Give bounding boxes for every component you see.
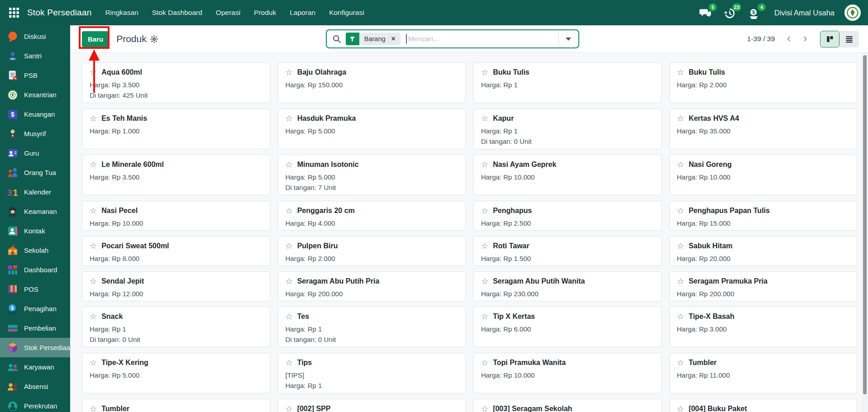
favorite-star-icon[interactable]: ☆ <box>286 313 293 321</box>
list-view-button[interactable] <box>839 31 859 47</box>
sidebar-item-psb[interactable]: PSB <box>0 66 70 85</box>
product-card[interactable]: ☆Tipe-X BasahHarga: Rp 3.000 <box>669 307 858 347</box>
pager-previous-button[interactable]: ‹ <box>782 31 796 47</box>
product-card[interactable]: ☆Es Teh ManisHarga: Rp 1.000 <box>82 109 270 149</box>
scrollbar-thumb[interactable] <box>863 55 867 394</box>
sidebar-item-stok-persediaan[interactable]: Stok Persediaan <box>0 338 70 357</box>
favorite-star-icon[interactable]: ☆ <box>677 68 684 76</box>
favorite-star-icon[interactable]: ☆ <box>481 207 488 215</box>
favorite-star-icon[interactable]: ☆ <box>481 405 488 412</box>
sidebar-item-santri[interactable]: Santri <box>0 46 70 66</box>
product-card[interactable]: ☆Kertas HVS A4Harga: Rp 35.000 <box>669 109 858 149</box>
favorite-star-icon[interactable]: ☆ <box>677 359 684 367</box>
favorite-star-icon[interactable]: ☆ <box>481 313 488 321</box>
nav-menu-produk[interactable]: Produk <box>254 9 276 17</box>
product-card[interactable]: ☆Nasi Ayam GeprekHarga: Rp 10.000 <box>473 155 662 195</box>
nav-menu-operasi[interactable]: Operasi <box>216 9 240 17</box>
favorite-star-icon[interactable]: ☆ <box>677 313 684 321</box>
sidebar-item-keamanan[interactable]: Keamanan <box>0 202 70 221</box>
product-card[interactable]: ☆Baju OlahragaHarga: Rp 150.000 <box>278 62 466 103</box>
user-company-name[interactable]: Divisi Amal Usaha <box>774 9 835 17</box>
product-card[interactable]: ☆PenghapusHarga: Rp 2.500 <box>473 201 662 231</box>
product-card[interactable]: ☆Tip X KertasHarga: Rp 6.000 <box>473 307 662 347</box>
nav-menu-ringkasan[interactable]: Ringkasan <box>105 9 138 17</box>
favorite-star-icon[interactable]: ☆ <box>677 277 684 285</box>
favorite-star-icon[interactable]: ☆ <box>90 68 97 76</box>
favorite-star-icon[interactable]: ☆ <box>286 207 293 215</box>
favorite-star-icon[interactable]: ☆ <box>286 359 293 367</box>
product-card[interactable]: ☆Seragam Pramuka PriaHarga: Rp 200.000 <box>669 271 858 301</box>
favorite-star-icon[interactable]: ☆ <box>677 114 684 123</box>
product-card[interactable]: ☆Roti TawarHarga: Rp 1.500 <box>473 236 662 266</box>
favorite-star-icon[interactable]: ☆ <box>677 161 684 169</box>
product-card[interactable]: ☆Nasi PecelHarga: Rp 10.000 <box>82 201 270 231</box>
favorite-star-icon[interactable]: ☆ <box>90 207 97 215</box>
favorite-star-icon[interactable]: ☆ <box>90 277 97 285</box>
sidebar-item-keuangan[interactable]: $Keuangan <box>0 104 70 124</box>
nav-menu-konfigurasi[interactable]: Konfigurasi <box>329 9 364 17</box>
favorite-star-icon[interactable]: ☆ <box>286 68 293 76</box>
sidebar-item-guru[interactable]: Guru <box>0 143 70 163</box>
favorite-star-icon[interactable]: ☆ <box>481 68 488 76</box>
product-card[interactable]: ☆Tipe-X KeringHarga: Rp 5.000 <box>82 353 270 393</box>
product-card[interactable]: ☆Penghapus Papan TulisHarga: Rp 15.000 <box>669 201 858 231</box>
product-card[interactable]: ☆Tips[TIPS]Harga: Rp 1 <box>278 353 466 393</box>
product-card[interactable]: ☆Tumbler <box>82 399 270 412</box>
favorite-star-icon[interactable]: ☆ <box>481 161 488 169</box>
sidebar-item-karyawan[interactable]: Karyawan <box>0 357 70 377</box>
product-card[interactable]: ☆Le Minerale 600mlHarga: Rp 3.500 <box>82 155 270 195</box>
search-options-toggle[interactable] <box>558 30 578 47</box>
favorite-star-icon[interactable]: ☆ <box>677 207 684 215</box>
sidebar-item-kesantrian[interactable]: Kesantrian <box>0 85 70 104</box>
product-card[interactable]: ☆Topi Pramuka WanitaHarga: Rp 10.000 <box>473 353 662 393</box>
product-card[interactable]: ☆SnackHarga: Rp 1Di tangan: 0 Unit <box>82 307 270 347</box>
favorite-star-icon[interactable]: ☆ <box>481 114 488 123</box>
product-card[interactable]: ☆Seragam Abu Putih PriaHarga: Rp 200.000 <box>278 271 466 301</box>
favorite-star-icon[interactable]: ☆ <box>90 359 97 367</box>
chat-bubbles-icon[interactable]: 5 <box>699 6 713 19</box>
pager-next-button[interactable]: › <box>798 31 812 47</box>
favorite-star-icon[interactable]: ☆ <box>90 405 97 412</box>
sidebar-item-pembelian[interactable]: Pembelian <box>0 318 70 338</box>
nav-menu-stok-dashboard[interactable]: Stok Dashboard <box>152 9 202 17</box>
sidebar-item-pos[interactable]: POS <box>0 279 70 299</box>
sidebar-item-kalender[interactable]: 31Kalender <box>0 182 70 202</box>
product-card[interactable]: ☆Pocari Sweat 500mlHarga: Rp 8.000 <box>82 236 270 266</box>
favorite-star-icon[interactable]: ☆ <box>90 313 97 321</box>
favorite-star-icon[interactable]: ☆ <box>90 161 97 169</box>
sidebar-item-penagihan[interactable]: $Penagihan <box>0 299 70 318</box>
product-card[interactable]: ☆Pulpen BiruHarga: Rp 2.000 <box>278 236 466 266</box>
search-bar[interactable]: Barang × Mencari... <box>326 29 579 48</box>
favorite-star-icon[interactable]: ☆ <box>286 242 293 250</box>
favorite-star-icon[interactable]: ☆ <box>286 161 293 169</box>
search-input[interactable]: Mencari... <box>408 35 558 43</box>
gear-icon[interactable] <box>150 35 158 43</box>
product-card[interactable]: ☆Seragam Abu Putih WanitaHarga: Rp 230.0… <box>473 271 662 301</box>
product-card[interactable]: ☆[003] Seragam Sekolah <box>473 399 662 412</box>
avatar[interactable] <box>844 5 861 21</box>
product-card[interactable]: ☆Buku TulisHarga: Rp 1 <box>473 62 662 103</box>
product-card[interactable]: ☆Minuman IsotonicHarga: Rp 5.000Di tanga… <box>278 155 466 195</box>
favorite-star-icon[interactable]: ☆ <box>90 242 97 250</box>
sidebar-item-kontak[interactable]: Kontak <box>0 221 70 241</box>
facet-remove-icon[interactable]: × <box>390 35 401 43</box>
favorite-star-icon[interactable]: ☆ <box>677 242 684 250</box>
money-icon[interactable]: $4 <box>748 6 762 19</box>
sidebar-item-diskusi[interactable]: Diskusi <box>0 27 70 46</box>
apps-grid-icon[interactable] <box>6 5 22 20</box>
kanban-view-button[interactable] <box>820 31 839 47</box>
product-card[interactable]: ☆Nasi GorengHarga: Rp 10.000 <box>669 155 858 195</box>
product-card[interactable]: ☆[002] SPP <box>278 399 466 412</box>
product-card[interactable]: ☆TumblerHarga: Rp 11.000 <box>669 353 858 393</box>
sidebar-item-dashboard[interactable]: Dashboard <box>0 260 70 279</box>
new-record-button[interactable]: Baru <box>82 31 109 47</box>
favorite-star-icon[interactable]: ☆ <box>90 114 97 123</box>
vertical-scrollbar[interactable] <box>862 53 868 412</box>
sidebar-item-orang-tua[interactable]: Orang Tua <box>0 163 70 182</box>
sidebar-item-sekolah[interactable]: Sekolah <box>0 241 70 260</box>
sidebar-item-absensi[interactable]: Absensi <box>0 377 70 396</box>
product-card[interactable]: ☆Sabuk HitamHarga: Rp 20.000 <box>669 236 858 266</box>
product-card[interactable]: ☆Hasduk PramukaHarga: Rp 5.000 <box>278 109 466 149</box>
product-card[interactable]: ☆Penggaris 20 cmHarga: Rp 4.000 <box>278 201 466 231</box>
product-card[interactable]: ☆Buku TulisHarga: Rp 2.000 <box>669 62 858 103</box>
